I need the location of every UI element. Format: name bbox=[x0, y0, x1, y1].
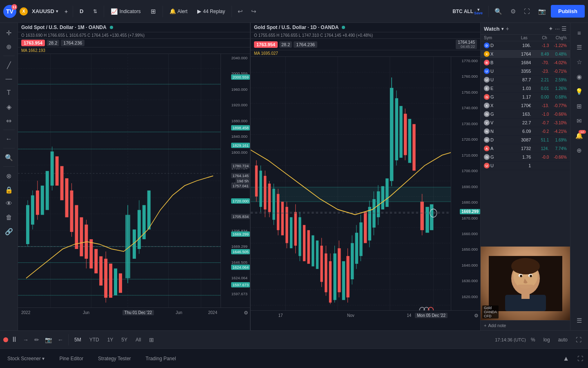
tool-separator-3 bbox=[3, 148, 15, 148]
add-symbol-button[interactable]: + bbox=[62, 7, 70, 16]
chart-right-current-price: 1669.299 bbox=[460, 209, 480, 214]
pen-tool-button[interactable]: ✏ bbox=[32, 334, 42, 345]
pause-button[interactable]: ⏸ bbox=[9, 334, 20, 345]
watch-item-4[interactable]: U U 87.7 2.21 2.59% bbox=[481, 76, 570, 84]
cursor-tool[interactable]: ✛ bbox=[2, 26, 16, 39]
undo-button[interactable]: ↩ bbox=[234, 5, 246, 18]
add-note-button[interactable]: + Add note bbox=[481, 320, 570, 330]
snapshot-button[interactable]: 📷 bbox=[535, 5, 549, 18]
horizontal-line-tool[interactable]: — bbox=[2, 72, 16, 85]
panel-list-icon[interactable]: ☰ bbox=[572, 41, 587, 54]
panels-expand-button[interactable]: ▲ bbox=[563, 355, 569, 362]
ytd-timeframe[interactable]: YTD bbox=[86, 335, 102, 345]
5m-timeframe[interactable]: 5M bbox=[71, 335, 85, 345]
pine-editor-button[interactable]: Pine Editor bbox=[55, 354, 87, 363]
watch-item-12[interactable]: A A 1732 124. 7.74% bbox=[481, 144, 570, 153]
tradingview-logo[interactable]: TV 11 bbox=[3, 5, 16, 18]
compare-button[interactable]: ⇅ bbox=[89, 6, 101, 17]
webcam-container: GoldOANDACFD bbox=[481, 247, 570, 320]
strategy-tester-button[interactable]: Strategy Tester bbox=[94, 354, 135, 363]
all-timeframe[interactable]: All bbox=[132, 335, 144, 345]
time-settings-icon[interactable]: ⚙ bbox=[244, 310, 248, 316]
panel-grid-icon[interactable]: ⊞ bbox=[572, 100, 587, 113]
watch-chgp-6: 0.68% bbox=[550, 95, 567, 99]
text-tool[interactable]: T bbox=[2, 86, 16, 99]
layout-button[interactable]: ⊞ bbox=[147, 5, 160, 18]
watch-sym-0: D bbox=[490, 43, 513, 48]
search-button[interactable]: 🔍 bbox=[491, 5, 506, 18]
link-tool[interactable]: 🔗 bbox=[2, 225, 16, 238]
trend-line-tool[interactable]: ╱ bbox=[2, 58, 16, 72]
btc-all-button[interactable]: BTC ALL ▾ Save bbox=[449, 6, 486, 17]
watch-item-3[interactable]: U U 3355 -23. -0.71% bbox=[481, 67, 570, 76]
crosshair-tool[interactable]: ⊕ bbox=[2, 40, 16, 53]
percent-button[interactable]: % bbox=[528, 335, 539, 345]
time-settings-icon-right[interactable]: ⚙ bbox=[474, 313, 479, 319]
watchlist-menu-button[interactable]: ··· bbox=[555, 25, 560, 32]
back-tool[interactable]: ← bbox=[2, 132, 16, 146]
watch-item-14[interactable]: U U 1 bbox=[481, 162, 570, 170]
add-watchlist-button[interactable]: + bbox=[506, 25, 509, 32]
5y-timeframe[interactable]: 5Y bbox=[118, 335, 131, 345]
watch-item-0[interactable]: D D 106. -1.3 -1.22% bbox=[481, 41, 570, 50]
panel-plus-icon[interactable]: ⊕ bbox=[572, 144, 587, 157]
panels-fullscreen-button[interactable]: ⛶ bbox=[576, 355, 585, 362]
watch-item-2[interactable]: B B 1684 -70. -4.02% bbox=[481, 58, 570, 67]
chart-right[interactable]: Gold Spot / U.S. Dollar · 1D · OANDA O 1… bbox=[251, 23, 480, 330]
lock-tool[interactable]: 🔒 bbox=[2, 183, 16, 196]
watch-item-1[interactable]: X X 1764 8.49 0.48% bbox=[481, 50, 570, 58]
chart-left-spread: 28.2 bbox=[47, 40, 59, 46]
watch-item-9[interactable]: V V 22.7 -0.7 -3.10% bbox=[481, 119, 570, 127]
back-button[interactable]: ← bbox=[55, 334, 66, 345]
panel-notification-icon[interactable]: 🔔 bbox=[572, 129, 587, 142]
watch-sym-2: B bbox=[490, 60, 513, 65]
1y-timeframe[interactable]: 1Y bbox=[104, 335, 117, 345]
compare-tf-button[interactable]: ⊞ bbox=[146, 334, 157, 345]
fullscreen-button[interactable]: ⛶ bbox=[521, 5, 533, 17]
chart-right-body[interactable]: 1770.000 1760.000 1750.000 1740.000 1730… bbox=[251, 57, 480, 310]
svg-rect-108 bbox=[307, 230, 310, 264]
panel-star-icon[interactable]: ☆ bbox=[572, 56, 587, 69]
watch-item-13[interactable]: G G 1.76 -0.0 -0.66% bbox=[481, 153, 570, 162]
chart-left[interactable]: Gold Spot / U.S. Dollar · 1M · OANDA O 1… bbox=[18, 23, 251, 330]
log-button[interactable]: log bbox=[540, 335, 553, 345]
camera-shot-button[interactable]: 📷 bbox=[42, 334, 54, 345]
panel-layout-icon[interactable]: ≡ bbox=[572, 26, 587, 39]
timeframe-button[interactable]: D bbox=[76, 6, 87, 17]
pattern-tool[interactable]: ◈ bbox=[2, 100, 16, 113]
auto-button[interactable]: auto bbox=[555, 335, 571, 345]
chart-left-body[interactable]: 2040.000 2000.559 1960.000 1920.000 1880… bbox=[18, 54, 250, 307]
settings-button[interactable]: ⚙ bbox=[507, 5, 519, 18]
watch-item-6[interactable]: G G 1.17 0.00 0.68% bbox=[481, 93, 570, 101]
watchlist-button[interactable]: Watch ▾ bbox=[484, 26, 503, 32]
watch-item-8[interactable]: G G 163. -1.0 -0.66% bbox=[481, 110, 570, 119]
panel-message-icon[interactable]: ✉ bbox=[572, 114, 587, 128]
watch-item-7[interactable]: X X 170€ -13. -0.77% bbox=[481, 101, 570, 110]
watch-ch-4: 2.21 bbox=[532, 78, 549, 82]
eye-tool[interactable]: 👁 bbox=[2, 197, 16, 210]
watch-item-11[interactable]: D D 3087 51.1 1.69% bbox=[481, 136, 570, 144]
watchlist-list-button[interactable]: ☰ bbox=[561, 25, 567, 32]
stock-screener-button[interactable]: Stock Screener ▾ bbox=[3, 354, 49, 363]
panel-menu-icon[interactable]: ☰ bbox=[572, 314, 587, 327]
watch-sym-9: V bbox=[490, 120, 513, 125]
trash-tool[interactable]: 🗑 bbox=[2, 211, 16, 224]
watch-item-10[interactable]: N N 6.09 -0.2 -4.21% bbox=[481, 127, 570, 136]
arrow-tool-button[interactable]: → bbox=[20, 334, 31, 345]
zoom-tool[interactable]: 🔍 bbox=[2, 151, 16, 164]
chart-fullscreen-button[interactable]: ⛶ bbox=[572, 334, 585, 345]
replay-button[interactable]: ▶ 44 Replay bbox=[193, 6, 229, 17]
indicators-button[interactable]: 📈 Indicators bbox=[107, 6, 145, 17]
panel-idea-icon[interactable]: 💡 bbox=[572, 85, 587, 98]
measure-tool[interactable]: ⇔ bbox=[2, 114, 16, 127]
cursor-watchlist-button[interactable]: ✦ bbox=[548, 25, 553, 32]
magnet-tool[interactable]: ⊗ bbox=[2, 169, 16, 182]
chart-left-header: Gold Spot / U.S. Dollar · 1M · OANDA bbox=[18, 23, 250, 32]
redo-button[interactable]: ↪ bbox=[248, 5, 260, 18]
trading-panel-button[interactable]: Trading Panel bbox=[142, 354, 180, 363]
panel-people-icon[interactable]: ◉ bbox=[572, 70, 587, 83]
watch-item-5[interactable]: E E 1.03 0.01 1.26% bbox=[481, 84, 570, 93]
symbol-button[interactable]: XAUUSD ▾ bbox=[29, 7, 61, 16]
alert-button[interactable]: 🔔 Alert bbox=[165, 6, 192, 17]
publish-button[interactable]: Publish bbox=[551, 5, 585, 18]
